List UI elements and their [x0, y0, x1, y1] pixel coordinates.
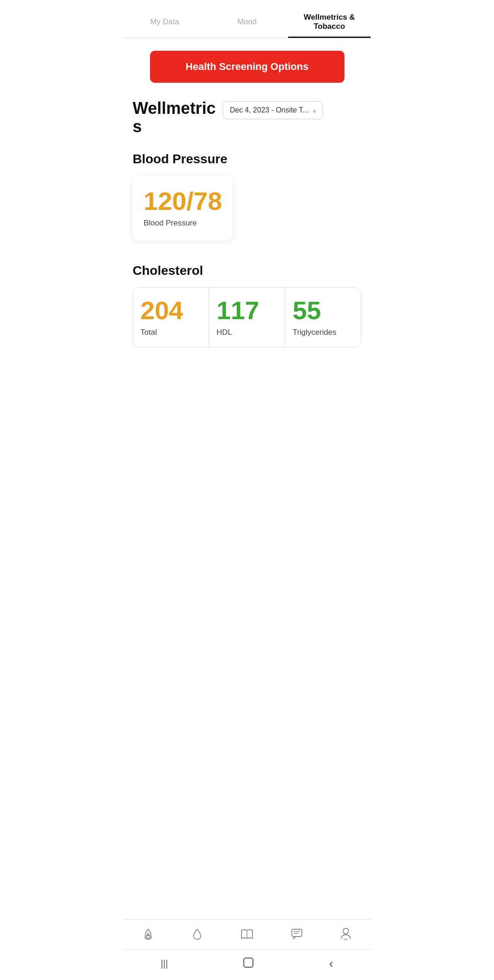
wellmetrics-title: Wellmetric s — [133, 99, 215, 135]
bp-card-wrapper: 120/78 Blood Pressure — [133, 176, 361, 241]
menu-btn[interactable]: ||| — [150, 957, 179, 971]
home-btn[interactable] — [231, 955, 265, 973]
wellmetrics-header: Wellmetric s Dec 4, 2023 - Onsite T... ⬦ — [133, 99, 361, 135]
svg-point-5 — [343, 928, 349, 934]
date-dropdown[interactable]: Dec 4, 2023 - Onsite T... ⬦ — [223, 101, 322, 119]
system-nav: ||| ‹ — [124, 949, 370, 980]
cholesterol-total-label: Total — [140, 328, 157, 337]
chat-icon — [290, 927, 303, 943]
svg-rect-6 — [244, 958, 253, 967]
fire-icon — [142, 927, 155, 943]
blood-pressure-value: 120/78 — [144, 188, 222, 214]
cholesterol-triglycerides-value: 55 — [293, 298, 321, 323]
cholesterol-triglycerides-label: Triglycerides — [293, 328, 337, 337]
cholesterol-title: Cholesterol — [133, 263, 361, 278]
cholesterol-total-card: 204 Total — [133, 288, 209, 347]
blood-pressure-section: Blood Pressure 120/78 Blood Pressure — [133, 152, 361, 241]
cholesterol-triglycerides-card: 55 Triglycerides — [285, 288, 361, 347]
cholesterol-cards: 204 Total 117 HDL 55 Triglycerides — [133, 287, 361, 348]
cholesterol-hdl-card: 117 HDL — [209, 288, 285, 347]
date-dropdown-value: Dec 4, 2023 - Onsite T... — [230, 106, 308, 114]
tab-my-data[interactable]: My Data — [124, 12, 206, 33]
main-content: Health Screening Options Wellmetric s De… — [124, 38, 370, 429]
nav-fire-btn[interactable] — [136, 926, 160, 945]
profile-icon — [339, 927, 352, 944]
cholesterol-hdl-value: 117 — [216, 298, 259, 323]
cholesterol-total-value: 204 — [140, 298, 183, 323]
water-drop-icon — [191, 927, 204, 943]
back-btn[interactable]: ‹ — [318, 954, 344, 973]
blood-pressure-card: 120/78 Blood Pressure — [133, 176, 233, 241]
bottom-nav-icons — [124, 920, 370, 949]
cholesterol-hdl-label: HDL — [216, 328, 232, 337]
book-icon — [240, 927, 254, 943]
top-nav: My Data Mood Wellmetrics & Tobacco — [124, 0, 370, 38]
nav-chat-btn[interactable] — [285, 926, 309, 945]
cholesterol-section: Cholesterol 204 Total 117 HDL 55 Triglyc… — [133, 263, 361, 348]
health-screening-button[interactable]: Health Screening Options — [150, 51, 344, 83]
nav-book-btn[interactable] — [234, 926, 260, 945]
dropdown-arrow-icon: ⬦ — [312, 107, 316, 114]
bottom-nav: ||| ‹ — [124, 919, 370, 980]
svg-rect-2 — [292, 929, 302, 937]
nav-profile-btn[interactable] — [334, 925, 358, 946]
tab-wellmetrics[interactable]: Wellmetrics & Tobacco — [288, 7, 370, 37]
tab-mood[interactable]: Mood — [206, 12, 288, 33]
blood-pressure-label: Blood Pressure — [144, 219, 222, 228]
nav-water-btn[interactable] — [185, 926, 209, 945]
blood-pressure-title: Blood Pressure — [133, 152, 361, 166]
